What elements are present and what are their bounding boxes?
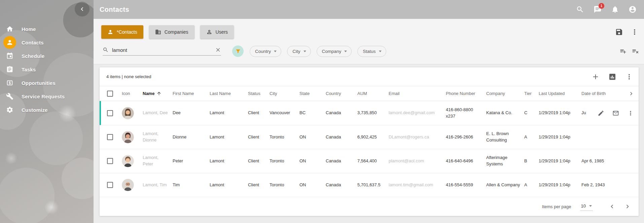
table-menu-kebab-icon[interactable]	[625, 73, 633, 81]
sidebar-item-home[interactable]: Home	[0, 22, 94, 36]
sidebar-item-opportunities[interactable]: $Opportunities	[0, 76, 94, 90]
cell-status: Client	[248, 179, 270, 191]
column-header-company[interactable]: Company	[486, 91, 524, 96]
cell-state: ON	[299, 179, 326, 191]
bell-icon[interactable]	[611, 5, 619, 13]
sidebar-collapse-button[interactable]	[75, 2, 90, 17]
column-header-aum[interactable]: AUM	[357, 91, 389, 96]
svg-text:$: $	[9, 81, 11, 85]
cell-phone: 416-554-5559	[446, 179, 486, 191]
column-header-email[interactable]: Email	[389, 91, 446, 96]
previous-page-button[interactable]	[608, 203, 616, 210]
mail-icon[interactable]	[612, 110, 619, 117]
more-icon[interactable]	[627, 110, 634, 117]
caret-down-icon	[589, 205, 592, 207]
table-row[interactable]: Lamont, DeeDeeLamontClientVancouverBCCan…	[100, 101, 639, 125]
sidebar-item-label: Contacts	[22, 40, 44, 45]
sidebar-item-service-requests[interactable]: Service Requests	[0, 90, 94, 103]
cell-dob: Feb 2, 1943	[581, 179, 639, 191]
page-size-value: 10	[581, 203, 586, 209]
select-all-checkbox[interactable]	[107, 91, 113, 97]
column-header-city[interactable]: City	[270, 91, 299, 96]
tab-contacts[interactable]: *Contacts	[101, 25, 143, 39]
tab-label: *Contacts	[117, 29, 137, 35]
page-size-select[interactable]: 10	[580, 202, 593, 211]
cell-company: Katana & Co.	[486, 107, 524, 119]
bar-chart-icon[interactable]	[608, 73, 616, 81]
account-icon[interactable]	[629, 5, 637, 13]
view-menu-kebab-icon[interactable]	[631, 28, 639, 36]
column-header-name[interactable]: Name	[143, 91, 173, 96]
column-header-country[interactable]: Country	[326, 91, 357, 96]
filter-chip-company[interactable]: Company	[317, 46, 352, 57]
header-icons: 1	[576, 5, 644, 13]
edit-icon[interactable]	[598, 110, 604, 117]
filter-funnel-button[interactable]	[232, 45, 244, 57]
cell-checkbox	[107, 179, 122, 191]
company-icon	[155, 29, 161, 35]
sidebar-item-label: Opportunities	[22, 80, 56, 86]
cell-last_updated: 1/29/2019 1:04p	[539, 131, 581, 143]
cell-email: lamont.tim@gmail.com	[389, 179, 446, 191]
cell-company: E. L. Brown Consulting	[486, 128, 524, 146]
page-title: Contacts	[100, 6, 129, 13]
app-header: Contacts 1	[94, 0, 644, 19]
column-header-state[interactable]: State	[299, 91, 326, 96]
view-actions	[615, 28, 639, 36]
contacts-icon	[3, 36, 16, 49]
cell-checkbox	[107, 131, 122, 143]
remove-column-icon[interactable]	[632, 48, 639, 55]
column-header-status[interactable]: Status	[248, 91, 270, 96]
add-column-icon[interactable]	[620, 48, 627, 55]
column-header-last_name[interactable]: Last Name	[210, 91, 248, 96]
sidebar-item-contacts[interactable]: Contacts	[0, 36, 94, 49]
cell-icon	[122, 128, 143, 146]
cell-country: Canada	[326, 107, 357, 119]
avatar	[122, 179, 134, 191]
cell-tier: C	[524, 107, 539, 119]
next-page-button[interactable]	[624, 203, 631, 210]
filter-chip-country[interactable]: Country	[250, 46, 281, 57]
table-row[interactable]: Lamont, DionneDionneLamontClientTorontoO…	[100, 125, 639, 149]
filter-chip-status[interactable]: Status	[357, 46, 386, 57]
row-hover-actions	[595, 110, 634, 117]
chip-label: Status	[363, 49, 375, 54]
add-contact-icon[interactable]	[592, 73, 600, 81]
chevron-left-icon	[78, 5, 86, 13]
column-header-icon[interactable]: Icon	[122, 91, 143, 96]
cell-name: Lamont, Peter	[143, 152, 173, 170]
entity-tabs: *ContactsCompaniesUsers	[101, 25, 234, 39]
sidebar-item-tasks[interactable]: Tasks	[0, 63, 94, 76]
row-checkbox[interactable]	[107, 134, 113, 140]
sidebar-item-label: Schedule	[22, 53, 44, 59]
tab-users[interactable]: Users	[200, 25, 234, 39]
messages-icon[interactable]: 1	[594, 5, 602, 13]
chip-label: City	[292, 49, 300, 54]
contacts-table-card: 4 items | none selected IconNameFirst Na…	[100, 67, 639, 216]
sidebar-item-customize[interactable]: Customize	[0, 103, 94, 117]
search-icon[interactable]	[576, 5, 584, 13]
caret-down-icon	[344, 51, 347, 52]
cell-country: Canada	[326, 155, 357, 167]
cell-tier: A	[524, 131, 539, 143]
table-row[interactable]: Lamont, TimTimLamontClientTorontoONCanad…	[100, 173, 639, 197]
scroll-columns-right-icon[interactable]	[628, 90, 635, 97]
clear-search-icon[interactable]	[215, 47, 221, 53]
sidebar-item-label: Service Requests	[22, 94, 65, 99]
table-footer: Items per page 10	[100, 197, 639, 216]
table-row[interactable]: Lamont, PeterPeterLamontClientTorontoONC…	[100, 149, 639, 173]
search-input[interactable]	[112, 47, 215, 53]
save-icon[interactable]	[615, 28, 623, 36]
row-checkbox[interactable]	[107, 182, 113, 188]
cell-city: Toronto	[270, 179, 299, 191]
row-checkbox[interactable]	[107, 110, 113, 116]
cell-status: Client	[248, 131, 270, 143]
column-header-phone[interactable]: Phone Number	[446, 91, 486, 96]
column-header-first_name[interactable]: First Name	[173, 91, 210, 96]
sidebar-item-schedule[interactable]: Schedule	[0, 49, 94, 63]
tab-companies[interactable]: Companies	[149, 25, 194, 39]
row-checkbox[interactable]	[107, 158, 113, 164]
column-header-last_updated[interactable]: Last Updated	[539, 91, 581, 96]
column-header-tier[interactable]: Tier	[524, 91, 539, 96]
filter-chip-city[interactable]: City	[287, 46, 311, 57]
